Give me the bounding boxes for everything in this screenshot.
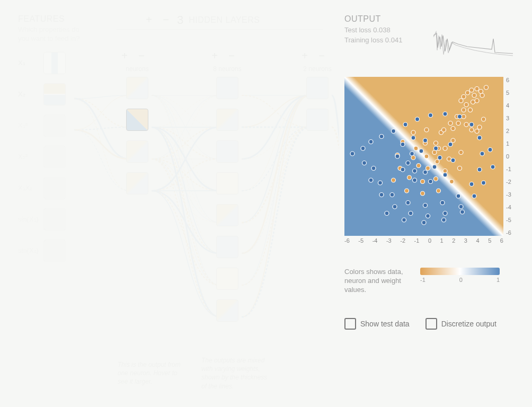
checkbox-label: Discretize output bbox=[441, 320, 496, 328]
svg-point-64 bbox=[443, 112, 447, 116]
svg-point-1 bbox=[424, 154, 429, 158]
svg-point-68 bbox=[480, 152, 484, 156]
svg-point-41 bbox=[472, 93, 476, 98]
svg-point-24 bbox=[459, 151, 463, 155]
hidden-layer-3: +− 2 neurons bbox=[299, 50, 336, 140]
neuron[interactable] bbox=[216, 204, 238, 226]
svg-point-10 bbox=[434, 141, 438, 145]
svg-point-2 bbox=[432, 151, 437, 155]
svg-point-110 bbox=[422, 220, 426, 225]
feature-label: X₂² bbox=[18, 153, 43, 161]
svg-point-5 bbox=[426, 166, 430, 171]
neuron[interactable] bbox=[216, 299, 238, 322]
neuron[interactable] bbox=[216, 268, 238, 290]
svg-point-27 bbox=[437, 189, 441, 193]
feature-1[interactable]: X₂ bbox=[18, 83, 97, 106]
neuron[interactable] bbox=[126, 172, 148, 194]
svg-point-23 bbox=[451, 138, 455, 143]
hidden-layer-1: +− neurons bbox=[119, 50, 156, 204]
add-neuron-button[interactable]: + bbox=[119, 50, 130, 62]
remove-neuron-button[interactable]: − bbox=[316, 50, 327, 62]
svg-point-29 bbox=[405, 189, 409, 193]
neuron[interactable] bbox=[126, 140, 148, 163]
plot-x-axis: -6-5-4-3-2-10123456 bbox=[344, 237, 503, 244]
svg-point-43 bbox=[484, 85, 489, 90]
svg-point-36 bbox=[464, 103, 468, 107]
svg-point-94 bbox=[451, 158, 455, 163]
legend-hi: 1 bbox=[496, 277, 500, 283]
feature-thumb bbox=[43, 114, 66, 137]
svg-point-60 bbox=[392, 129, 396, 134]
svg-point-105 bbox=[379, 193, 384, 197]
svg-point-7 bbox=[411, 156, 415, 160]
svg-point-86 bbox=[423, 138, 428, 143]
svg-point-100 bbox=[459, 205, 463, 209]
svg-point-84 bbox=[438, 156, 442, 160]
neuron[interactable] bbox=[216, 140, 238, 163]
neuron[interactable] bbox=[216, 109, 238, 131]
svg-point-79 bbox=[410, 152, 414, 156]
layer-count: 3 bbox=[177, 13, 183, 27]
remove-neuron-button[interactable]: − bbox=[226, 50, 237, 62]
svg-point-14 bbox=[434, 177, 438, 181]
feature-6[interactable]: sin(X₂) bbox=[18, 239, 97, 262]
neuron[interactable] bbox=[216, 236, 238, 258]
feature-4[interactable]: X₁X₂ bbox=[18, 176, 97, 200]
svg-point-59 bbox=[379, 135, 384, 139]
neuron-count-label: 2 neurons bbox=[299, 65, 336, 73]
svg-point-34 bbox=[469, 88, 474, 92]
feature-label: sin(X₂) bbox=[18, 246, 43, 254]
remove-layer-button[interactable]: − bbox=[160, 14, 172, 26]
neuron[interactable] bbox=[306, 109, 329, 131]
svg-point-55 bbox=[482, 117, 486, 121]
neuron-selected[interactable] bbox=[126, 109, 148, 131]
add-neuron-button[interactable]: + bbox=[209, 50, 220, 62]
svg-point-21 bbox=[424, 128, 429, 132]
svg-point-82 bbox=[423, 170, 428, 174]
feature-3[interactable]: X₂² bbox=[18, 145, 97, 169]
neuron[interactable] bbox=[126, 77, 148, 99]
svg-point-63 bbox=[429, 113, 433, 118]
svg-rect-0 bbox=[344, 77, 503, 236]
svg-point-93 bbox=[443, 173, 447, 177]
svg-point-15 bbox=[421, 180, 425, 184]
feature-thumb bbox=[43, 208, 66, 231]
svg-point-25 bbox=[458, 166, 462, 171]
neuron[interactable] bbox=[216, 77, 238, 99]
feature-thumb bbox=[43, 177, 66, 199]
svg-point-8 bbox=[414, 146, 418, 151]
feature-label: X₂ bbox=[18, 90, 43, 98]
svg-point-112 bbox=[460, 210, 465, 214]
legend-mid: 0 bbox=[459, 277, 463, 283]
output-plot[interactable] bbox=[344, 77, 503, 236]
svg-point-99 bbox=[472, 194, 476, 198]
feature-5[interactable]: sin(X₁) bbox=[18, 208, 97, 231]
svg-point-87 bbox=[411, 136, 415, 140]
feature-label: X₁ bbox=[18, 59, 43, 67]
add-neuron-button[interactable]: + bbox=[299, 50, 311, 62]
feature-2[interactable]: X₁² bbox=[18, 114, 97, 137]
neuron[interactable] bbox=[216, 172, 238, 194]
neuron[interactable] bbox=[306, 77, 329, 99]
svg-point-109 bbox=[402, 218, 406, 222]
svg-point-70 bbox=[469, 182, 474, 187]
remove-neuron-button[interactable]: − bbox=[136, 50, 147, 62]
checkbox-label: Show test data bbox=[360, 320, 410, 328]
svg-point-58 bbox=[369, 140, 373, 144]
svg-point-50 bbox=[442, 128, 446, 132]
svg-point-108 bbox=[385, 211, 389, 216]
svg-point-52 bbox=[477, 125, 482, 129]
output-heading: OUTPUT bbox=[344, 14, 525, 24]
discretize-output-checkbox[interactable]: Discretize output bbox=[425, 318, 496, 330]
feature-label: X₁X₂ bbox=[18, 184, 43, 192]
svg-point-49 bbox=[448, 121, 453, 126]
feature-0[interactable]: X₁ bbox=[18, 51, 97, 75]
svg-point-66 bbox=[469, 122, 474, 127]
svg-point-89 bbox=[395, 154, 400, 158]
svg-point-102 bbox=[426, 214, 430, 218]
svg-point-46 bbox=[471, 100, 475, 104]
svg-point-42 bbox=[479, 90, 483, 94]
show-test-data-checkbox[interactable]: Show test data bbox=[344, 318, 410, 330]
add-layer-button[interactable]: + bbox=[143, 14, 155, 26]
neuron-count-label: neurons bbox=[119, 65, 156, 73]
